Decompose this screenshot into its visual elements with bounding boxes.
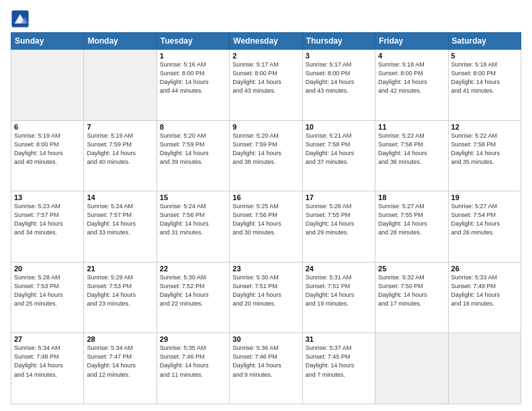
- calendar-cell: 1Sunrise: 5:16 AM Sunset: 8:00 PM Daylig…: [157, 50, 229, 121]
- calendar-cell: 21Sunrise: 5:29 AM Sunset: 7:53 PM Dayli…: [84, 262, 157, 333]
- day-info: Sunrise: 5:27 AM Sunset: 7:55 PM Dayligh…: [378, 202, 445, 237]
- calendar-cell: 7Sunrise: 5:19 AM Sunset: 7:59 PM Daylig…: [84, 120, 157, 191]
- day-info: Sunrise: 5:18 AM Sunset: 8:00 PM Dayligh…: [451, 60, 518, 95]
- day-info: Sunrise: 5:17 AM Sunset: 8:00 PM Dayligh…: [232, 60, 299, 95]
- week-row-1: 1Sunrise: 5:16 AM Sunset: 8:00 PM Daylig…: [11, 50, 521, 121]
- week-row-4: 20Sunrise: 5:28 AM Sunset: 7:53 PM Dayli…: [11, 262, 521, 333]
- day-number: 5: [451, 52, 518, 60]
- day-number: 23: [232, 265, 299, 273]
- day-info: Sunrise: 5:26 AM Sunset: 7:55 PM Dayligh…: [306, 202, 372, 237]
- day-info: Sunrise: 5:24 AM Sunset: 7:57 PM Dayligh…: [87, 202, 153, 237]
- logo-icon: [11, 9, 30, 28]
- calendar-cell: 16Sunrise: 5:25 AM Sunset: 7:56 PM Dayli…: [230, 191, 302, 263]
- calendar-cell: 18Sunrise: 5:27 AM Sunset: 7:55 PM Dayli…: [375, 191, 448, 263]
- calendar-cell: [11, 50, 84, 121]
- day-info: Sunrise: 5:18 AM Sunset: 8:00 PM Dayligh…: [378, 60, 445, 95]
- day-info: Sunrise: 5:22 AM Sunset: 7:58 PM Dayligh…: [378, 132, 445, 167]
- day-number: 14: [87, 193, 153, 201]
- calendar-cell: [84, 50, 157, 121]
- day-number: 18: [378, 193, 445, 201]
- page: SundayMondayTuesdayWednesdayThursdayFrid…: [0, 0, 532, 411]
- day-info: Sunrise: 5:27 AM Sunset: 7:54 PM Dayligh…: [451, 202, 518, 237]
- day-info: Sunrise: 5:36 AM Sunset: 7:46 PM Dayligh…: [232, 344, 299, 379]
- day-number: 30: [232, 335, 299, 343]
- day-number: 10: [306, 123, 372, 131]
- day-info: Sunrise: 5:22 AM Sunset: 7:58 PM Dayligh…: [451, 132, 518, 167]
- calendar-body: 1Sunrise: 5:16 AM Sunset: 8:00 PM Daylig…: [11, 50, 521, 404]
- day-number: 17: [306, 193, 372, 201]
- calendar-cell: 8Sunrise: 5:20 AM Sunset: 7:59 PM Daylig…: [157, 120, 229, 191]
- day-number: 16: [232, 193, 299, 201]
- calendar-cell: 9Sunrise: 5:20 AM Sunset: 7:59 PM Daylig…: [230, 120, 302, 191]
- day-info: Sunrise: 5:30 AM Sunset: 7:52 PM Dayligh…: [160, 273, 226, 308]
- day-number: 2: [232, 52, 299, 60]
- logo: [11, 9, 32, 28]
- calendar-cell: 19Sunrise: 5:27 AM Sunset: 7:54 PM Dayli…: [448, 191, 521, 263]
- weekday-header-thursday: Thursday: [302, 33, 375, 50]
- calendar-cell: 10Sunrise: 5:21 AM Sunset: 7:58 PM Dayli…: [302, 120, 375, 191]
- calendar-cell: 29Sunrise: 5:35 AM Sunset: 7:46 PM Dayli…: [157, 333, 229, 404]
- header: [11, 7, 521, 28]
- calendar-cell: 6Sunrise: 5:19 AM Sunset: 8:00 PM Daylig…: [11, 120, 84, 191]
- day-info: Sunrise: 5:16 AM Sunset: 8:00 PM Dayligh…: [160, 60, 226, 95]
- calendar-cell: 15Sunrise: 5:24 AM Sunset: 7:56 PM Dayli…: [157, 191, 229, 263]
- calendar-cell: 2Sunrise: 5:17 AM Sunset: 8:00 PM Daylig…: [230, 50, 302, 121]
- calendar-cell: 14Sunrise: 5:24 AM Sunset: 7:57 PM Dayli…: [84, 191, 157, 263]
- calendar-table: SundayMondayTuesdayWednesdayThursdayFrid…: [11, 32, 521, 404]
- day-info: Sunrise: 5:28 AM Sunset: 7:53 PM Dayligh…: [14, 273, 81, 308]
- weekday-header-tuesday: Tuesday: [157, 33, 229, 50]
- calendar-cell: 23Sunrise: 5:30 AM Sunset: 7:51 PM Dayli…: [230, 262, 302, 333]
- day-number: 24: [306, 265, 372, 273]
- day-number: 4: [378, 52, 445, 60]
- calendar-cell: [375, 333, 448, 404]
- calendar-cell: 25Sunrise: 5:32 AM Sunset: 7:50 PM Dayli…: [375, 262, 448, 333]
- day-number: 11: [378, 123, 445, 131]
- day-number: 27: [14, 335, 81, 343]
- day-number: 15: [160, 193, 226, 201]
- week-row-2: 6Sunrise: 5:19 AM Sunset: 8:00 PM Daylig…: [11, 120, 521, 191]
- day-info: Sunrise: 5:24 AM Sunset: 7:56 PM Dayligh…: [160, 202, 226, 237]
- day-number: 21: [87, 265, 153, 273]
- day-info: Sunrise: 5:23 AM Sunset: 7:57 PM Dayligh…: [14, 202, 81, 237]
- week-row-3: 13Sunrise: 5:23 AM Sunset: 7:57 PM Dayli…: [11, 191, 521, 263]
- calendar-cell: 5Sunrise: 5:18 AM Sunset: 8:00 PM Daylig…: [448, 50, 521, 121]
- day-number: 12: [451, 123, 518, 131]
- day-info: Sunrise: 5:33 AM Sunset: 7:49 PM Dayligh…: [451, 273, 518, 308]
- calendar-cell: 30Sunrise: 5:36 AM Sunset: 7:46 PM Dayli…: [230, 333, 302, 404]
- day-number: 6: [14, 123, 81, 131]
- calendar-cell: 31Sunrise: 5:37 AM Sunset: 7:45 PM Dayli…: [302, 333, 375, 404]
- day-info: Sunrise: 5:17 AM Sunset: 8:00 PM Dayligh…: [306, 60, 372, 95]
- day-info: Sunrise: 5:31 AM Sunset: 7:51 PM Dayligh…: [306, 273, 372, 308]
- calendar-cell: 12Sunrise: 5:22 AM Sunset: 7:58 PM Dayli…: [448, 120, 521, 191]
- calendar-cell: 26Sunrise: 5:33 AM Sunset: 7:49 PM Dayli…: [448, 262, 521, 333]
- weekday-header-saturday: Saturday: [448, 33, 521, 50]
- day-number: 8: [160, 123, 226, 131]
- day-number: 28: [87, 335, 153, 343]
- day-info: Sunrise: 5:19 AM Sunset: 7:59 PM Dayligh…: [87, 132, 153, 167]
- day-number: 22: [160, 265, 226, 273]
- day-info: Sunrise: 5:29 AM Sunset: 7:53 PM Dayligh…: [87, 273, 153, 308]
- weekday-header-sunday: Sunday: [11, 33, 84, 50]
- day-number: 7: [87, 123, 153, 131]
- weekday-header-friday: Friday: [375, 33, 448, 50]
- calendar-header: SundayMondayTuesdayWednesdayThursdayFrid…: [11, 33, 521, 50]
- weekday-header-monday: Monday: [84, 33, 157, 50]
- day-number: 25: [378, 265, 445, 273]
- day-info: Sunrise: 5:20 AM Sunset: 7:59 PM Dayligh…: [232, 132, 299, 167]
- weekday-row: SundayMondayTuesdayWednesdayThursdayFrid…: [11, 33, 521, 50]
- day-info: Sunrise: 5:34 AM Sunset: 7:48 PM Dayligh…: [14, 344, 81, 379]
- day-info: Sunrise: 5:30 AM Sunset: 7:51 PM Dayligh…: [232, 273, 299, 308]
- calendar-cell: 28Sunrise: 5:34 AM Sunset: 7:47 PM Dayli…: [84, 333, 157, 404]
- day-info: Sunrise: 5:37 AM Sunset: 7:45 PM Dayligh…: [306, 344, 372, 379]
- calendar-cell: 3Sunrise: 5:17 AM Sunset: 8:00 PM Daylig…: [302, 50, 375, 121]
- day-number: 1: [160, 52, 226, 60]
- calendar-cell: 27Sunrise: 5:34 AM Sunset: 7:48 PM Dayli…: [11, 333, 84, 404]
- day-info: Sunrise: 5:35 AM Sunset: 7:46 PM Dayligh…: [160, 344, 226, 379]
- calendar-cell: [448, 333, 521, 404]
- calendar-cell: 22Sunrise: 5:30 AM Sunset: 7:52 PM Dayli…: [157, 262, 229, 333]
- day-number: 13: [14, 193, 81, 201]
- day-info: Sunrise: 5:20 AM Sunset: 7:59 PM Dayligh…: [160, 132, 226, 167]
- day-info: Sunrise: 5:32 AM Sunset: 7:50 PM Dayligh…: [378, 273, 445, 308]
- day-number: 29: [160, 335, 226, 343]
- day-number: 19: [451, 193, 518, 201]
